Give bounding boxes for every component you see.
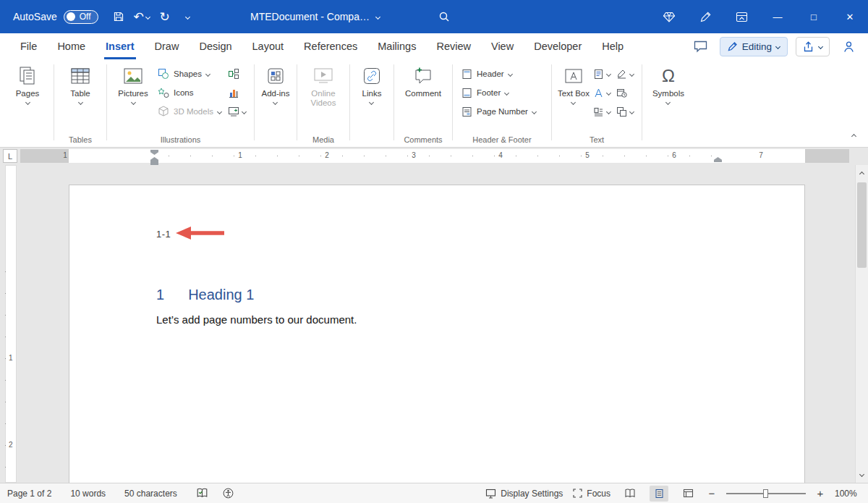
- pictures-button[interactable]: Pictures: [112, 59, 154, 104]
- premium-features-button[interactable]: [658, 5, 681, 28]
- customize-quick-access-button[interactable]: [176, 5, 200, 28]
- zoom-in-button[interactable]: +: [816, 487, 825, 499]
- document-heading: 1Heading 1: [156, 287, 254, 303]
- footer-button[interactable]: Footer: [458, 83, 546, 102]
- inking-button[interactable]: [694, 5, 717, 28]
- chevron-down-icon: [25, 100, 30, 105]
- signature-line-button[interactable]: [613, 64, 637, 83]
- page-number-icon: [461, 106, 472, 117]
- word-count[interactable]: 10 words: [70, 489, 106, 499]
- search-icon: [438, 11, 450, 22]
- group-divider: [349, 64, 350, 140]
- focus-button[interactable]: Focus: [573, 489, 610, 499]
- tab-mailings[interactable]: Mailings: [367, 33, 426, 59]
- zoom-slider-thumb[interactable]: [763, 489, 768, 498]
- minimize-icon: —: [773, 12, 783, 22]
- accessibility-status-button[interactable]: [223, 488, 234, 499]
- quick-parts-button[interactable]: [590, 64, 613, 83]
- comments-button[interactable]: [690, 36, 712, 56]
- scrollbar-thumb[interactable]: [857, 182, 867, 268]
- editing-label: Editing: [742, 41, 772, 52]
- add-ins-button[interactable]: Add-ins: [260, 59, 292, 104]
- chevron-down-icon: [369, 100, 374, 105]
- undo-button[interactable]: ↶: [130, 5, 153, 28]
- vertical-scrollbar[interactable]: [855, 165, 868, 483]
- header-button[interactable]: Header: [458, 64, 546, 83]
- 3d-models-icon: [158, 106, 169, 117]
- save-button[interactable]: [107, 5, 130, 28]
- object-button[interactable]: [613, 102, 637, 121]
- comment-button[interactable]: Comment: [399, 59, 447, 98]
- zoom-out-button[interactable]: −: [707, 487, 716, 499]
- tab-draw[interactable]: Draw: [145, 33, 190, 59]
- icons-button[interactable]: Icons: [154, 83, 225, 102]
- chevron-down-icon: [504, 90, 509, 95]
- document-page[interactable]: 1-1 1Heading 1 Let’s add page numbers to…: [69, 185, 805, 483]
- search-button[interactable]: [433, 5, 456, 28]
- footer-icon: [461, 88, 472, 98]
- symbols-button[interactable]: Ω Symbols: [647, 59, 689, 104]
- pages-button[interactable]: Pages: [7, 59, 48, 104]
- document-title[interactable]: MTEDocument - Compa…: [250, 0, 380, 33]
- shapes-button[interactable]: Shapes: [154, 64, 225, 83]
- tab-layout[interactable]: Layout: [242, 33, 294, 59]
- table-label: Table: [70, 89, 90, 98]
- tab-developer[interactable]: Developer: [524, 33, 592, 59]
- comment-bubble-icon: [694, 41, 707, 53]
- zoom-percentage[interactable]: 100%: [835, 489, 861, 499]
- screenshot-button[interactable]: [225, 102, 249, 121]
- autosave-toggle[interactable]: Off: [64, 10, 98, 24]
- tab-design[interactable]: Design: [189, 33, 242, 59]
- ruler-number: 6: [672, 151, 676, 159]
- date-time-button[interactable]: [613, 83, 637, 102]
- wordart-button[interactable]: [590, 83, 613, 102]
- tab-help[interactable]: Help: [592, 33, 634, 59]
- smartart-button[interactable]: [225, 64, 249, 83]
- tab-view[interactable]: View: [481, 33, 524, 59]
- tab-file[interactable]: File: [10, 33, 47, 59]
- drop-cap-button[interactable]: [590, 102, 613, 121]
- scroll-down-button[interactable]: [856, 468, 868, 481]
- online-videos-icon: [313, 67, 333, 85]
- autosave-toggle-knob: [67, 12, 75, 21]
- tab-insert[interactable]: Insert: [95, 33, 145, 59]
- chart-button[interactable]: [225, 83, 249, 102]
- share-button[interactable]: [796, 37, 830, 56]
- tab-selector[interactable]: L: [3, 149, 17, 163]
- chevron-down-icon: [217, 109, 222, 114]
- ribbon-group-links: Links: [352, 59, 392, 147]
- ruler-number: 3: [412, 151, 416, 159]
- 3d-models-button[interactable]: 3D Models: [154, 102, 225, 121]
- scroll-up-button[interactable]: [856, 167, 868, 180]
- ruler-number: 1: [238, 151, 242, 159]
- tab-references[interactable]: References: [294, 33, 367, 59]
- ribbon-display-options-button[interactable]: [730, 5, 753, 28]
- maximize-button[interactable]: □: [796, 0, 832, 33]
- minimize-button[interactable]: —: [760, 0, 796, 33]
- header-label: Header: [477, 69, 504, 78]
- online-videos-button[interactable]: Online Videos: [302, 59, 344, 108]
- web-layout-button[interactable]: [678, 486, 697, 502]
- page-indicator[interactable]: Page 1 of 2: [7, 489, 51, 499]
- group-divider: [54, 64, 54, 140]
- tab-review[interactable]: Review: [426, 33, 481, 59]
- editing-mode-button[interactable]: Editing: [720, 37, 788, 56]
- zoom-slider[interactable]: [726, 489, 806, 499]
- print-layout-button[interactable]: [650, 486, 668, 502]
- horizontal-ruler: L 1 1 2 3 4 5 6 7: [0, 148, 868, 165]
- table-button[interactable]: Table: [59, 59, 101, 104]
- text-box-button[interactable]: Text Box: [557, 59, 590, 104]
- pictures-icon: [123, 67, 143, 85]
- page-number-button[interactable]: Page Number: [458, 102, 546, 121]
- display-settings-button[interactable]: Display Settings: [485, 489, 563, 499]
- sign-in-person-button[interactable]: [838, 36, 859, 56]
- tab-home[interactable]: Home: [47, 33, 95, 59]
- proofing-status-button[interactable]: [196, 488, 208, 499]
- links-button[interactable]: Links: [355, 59, 388, 104]
- character-count[interactable]: 50 characters: [124, 489, 177, 499]
- close-button[interactable]: ✕: [832, 0, 868, 33]
- collapse-ribbon-button[interactable]: [846, 130, 861, 142]
- web-layout-icon: [683, 489, 694, 498]
- read-mode-button[interactable]: [621, 486, 639, 502]
- redo-button[interactable]: ↻: [153, 5, 176, 28]
